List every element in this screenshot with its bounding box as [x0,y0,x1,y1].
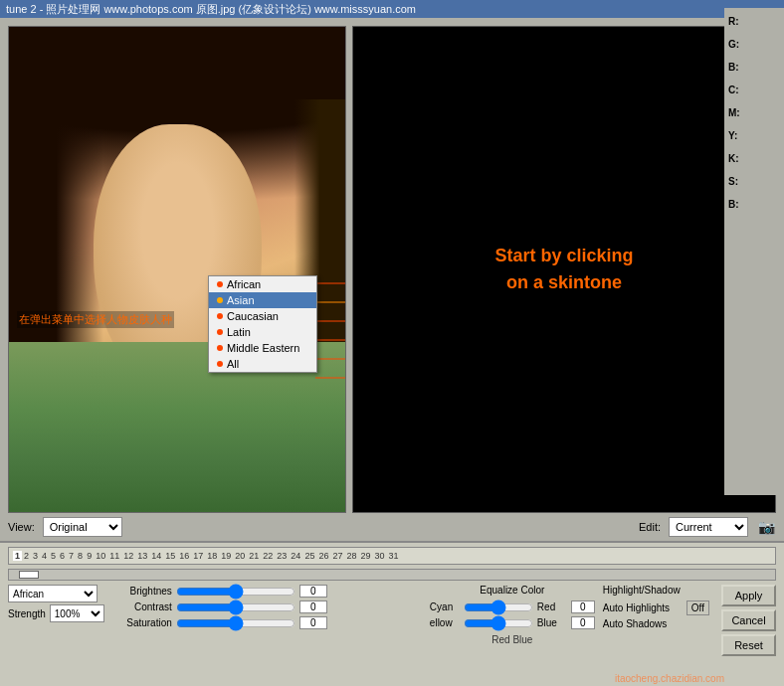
brightness-value[interactable] [299,585,327,598]
num-item-18[interactable]: 18 [205,551,219,561]
num-item-22[interactable]: 22 [261,551,275,561]
num-item-2[interactable]: 2 [22,551,31,561]
num-item-14[interactable]: 14 [149,551,163,561]
c-label: C: [728,85,739,95]
num-item-26[interactable]: 26 [316,551,330,561]
num-item-12[interactable]: 12 [121,551,135,561]
m-label: M: [728,107,740,118]
strength-control: Strength 100% 50% 75% [8,604,104,622]
hs-title: Highlight/Shadow [603,585,709,596]
menu-dot-african [217,281,223,287]
r-label: R: [728,16,739,27]
auto-shadows-label: Auto Shadows [603,618,683,629]
skin-type-select[interactable]: African Asian Caucasian Latin Middle Eas… [8,585,98,602]
main-area: 在弹出菜单中选择人物皮肤人种 African Asian Caucasian [0,18,784,686]
slider-thumb[interactable] [19,571,39,579]
apply-button[interactable]: Apply [721,585,776,606]
yellow-label: ellow [430,617,460,628]
menu-dot-middle-eastern [217,345,223,351]
num-item-6[interactable]: 6 [58,551,67,561]
yellow-slider[interactable] [464,617,533,629]
reset-button[interactable]: Reset [721,634,776,656]
num-item-15[interactable]: 15 [163,551,177,561]
num-item-21[interactable]: 21 [247,551,261,561]
cyan-row: Cyan Red [430,600,595,613]
cyan-value[interactable] [571,600,595,613]
menu-item-caucasian[interactable]: Caucasian [209,308,316,324]
num-item-5[interactable]: 5 [49,551,58,561]
num-item-28[interactable]: 28 [344,551,358,561]
edit-select[interactable]: Current [669,517,748,537]
action-buttons: Apply Cancel Reset [721,585,776,656]
cyan-slider[interactable] [464,601,533,613]
equalize-title: Equalize Color [430,585,595,596]
left-image-panel: 在弹出菜单中选择人物皮肤人种 African Asian Caucasian [8,26,346,513]
num-item-13[interactable]: 13 [135,551,149,561]
brightness-label: Brightnes [112,586,172,597]
num-item-27[interactable]: 27 [330,551,344,561]
num-item-30[interactable]: 30 [372,551,386,561]
num-item-7[interactable]: 7 [67,551,76,561]
menu-item-asian[interactable]: Asian [209,292,316,308]
sliders-section: Brightnes Contrast Saturation [112,585,422,629]
num-item-31[interactable]: 31 [386,551,400,561]
yellow-value[interactable] [571,616,595,629]
y-label: Y: [728,130,737,141]
numbers-row: 1234567891011121314151617181920212223242… [8,547,776,565]
color-values-panel: R: G: B: C: M: Y: K: S: B: [724,8,784,495]
num-item-4[interactable]: 4 [40,551,49,561]
right-preview-panel[interactable]: Start by clicking on a skintone [352,26,776,513]
position-slider[interactable] [8,569,776,581]
yellow-row: ellow Blue [430,616,595,629]
equalize-section: Equalize Color Cyan Red ellow Blue Red B… [430,585,595,645]
highlight-shadow-section: Highlight/Shadow Auto Highlights Off Aut… [603,585,709,629]
num-item-29[interactable]: 29 [358,551,372,561]
num-item-25[interactable]: 25 [302,551,316,561]
num-item-3[interactable]: 3 [31,551,40,561]
strength-label: Strength [8,608,46,619]
k-label: K: [728,153,739,164]
menu-item-middle-eastern[interactable]: Middle Eastern [209,340,316,356]
brightness-slider[interactable] [176,586,295,598]
numbers-display: 1234567891011121314151617181920212223242… [13,551,400,561]
num-item-11[interactable]: 11 [107,551,121,561]
num-item-1[interactable]: 1 [13,551,22,561]
num-item-10[interactable]: 10 [94,551,107,561]
contrast-value[interactable] [299,600,327,613]
num-item-19[interactable]: 19 [219,551,233,561]
panels-row: 在弹出菜单中选择人物皮肤人种 African Asian Caucasian [0,18,784,513]
strength-select[interactable]: 100% 50% 75% [50,604,104,622]
contrast-slider[interactable] [176,601,295,613]
num-item-24[interactable]: 24 [289,551,302,561]
saturation-value[interactable] [299,616,327,629]
skin-type-dropdown-menu[interactable]: African Asian Caucasian Latin [208,275,317,373]
num-item-23[interactable]: 23 [275,551,289,561]
start-instruction: Start by clicking on a skintone [494,243,633,296]
s-label: S: [728,176,738,187]
red-blue-label: Red Blue [430,634,595,645]
left-controls: African Asian Caucasian Latin Middle Eas… [8,585,104,622]
auto-shadows-row: Auto Shadows [603,618,709,629]
red-label: Red [537,601,567,612]
menu-item-all[interactable]: All [209,356,316,372]
num-item-16[interactable]: 16 [177,551,191,561]
controls-row: African Asian Caucasian Latin Middle Eas… [8,585,776,656]
skin-type-control: African Asian Caucasian Latin Middle Eas… [8,585,104,602]
view-label: View: [8,521,35,533]
num-item-20[interactable]: 20 [233,551,247,561]
cancel-button[interactable]: Cancel [721,609,776,631]
menu-dot-caucasian [217,313,223,319]
cyan-label: Cyan [430,601,460,612]
view-select[interactable]: Original [43,517,122,537]
menu-item-latin[interactable]: Latin [209,324,316,340]
num-item-9[interactable]: 9 [85,551,94,561]
source-image[interactable]: 在弹出菜单中选择人物皮肤人种 African Asian Caucasian [9,27,345,512]
menu-item-african[interactable]: African [209,276,316,292]
num-item-8[interactable]: 8 [76,551,85,561]
num-item-17[interactable]: 17 [191,551,205,561]
contrast-label: Contrast [112,601,172,612]
title-text: tune 2 - 照片处理网 www.photops.com 原图.jpg (亿… [6,2,416,17]
auto-highlights-toggle[interactable]: Off [686,600,709,615]
camera-icon[interactable]: 📷 [756,519,776,535]
saturation-slider[interactable] [176,617,295,629]
